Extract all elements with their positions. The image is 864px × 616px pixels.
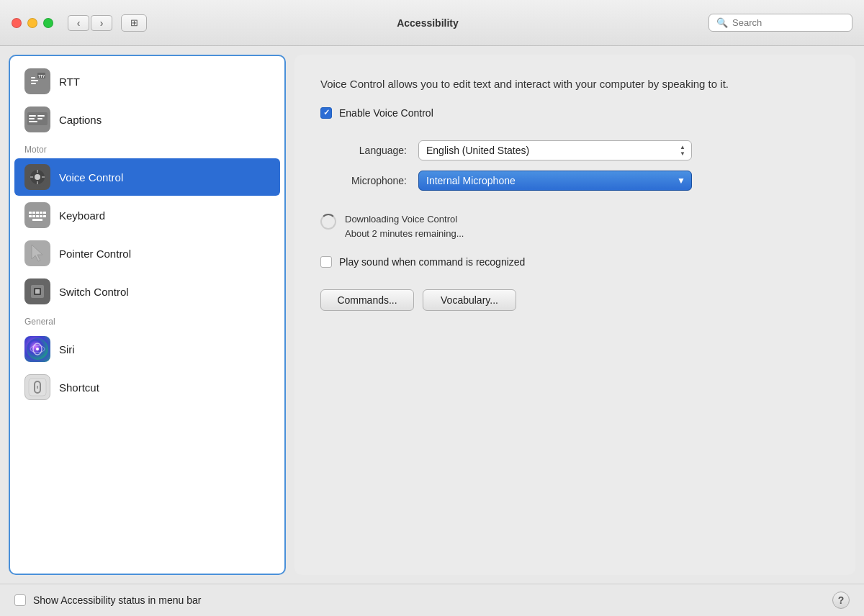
search-box[interactable]: 🔍 [708, 14, 852, 32]
description-text: Voice Control allows you to edit text an… [320, 76, 767, 93]
vocabulary-button[interactable]: Vocabulary... [423, 289, 516, 311]
svg-rect-21 [29, 212, 32, 214]
voice-control-icon [24, 164, 50, 190]
svg-rect-26 [29, 215, 32, 217]
sidebar-item-captions[interactable]: Captions [14, 101, 280, 138]
shortcut-icon [24, 374, 50, 400]
sound-row: Play sound when command is recognized [320, 256, 829, 268]
svg-rect-36 [35, 289, 40, 294]
svg-rect-9 [29, 118, 35, 119]
downloading-line2: About 2 minutes remaining... [345, 227, 464, 242]
maximize-button[interactable] [43, 18, 53, 28]
svg-rect-2 [31, 80, 38, 81]
svg-point-40 [36, 348, 39, 350]
microphone-label: Microphone: [320, 175, 407, 186]
language-row: Language: English (United States) ▲ ▼ [320, 140, 829, 160]
sidebar-item-switch-control[interactable]: Switch Control [14, 273, 280, 310]
svg-rect-25 [43, 212, 46, 214]
form-section: Language: English (United States) ▲ ▼ Mi… [320, 140, 829, 191]
svg-rect-10 [29, 121, 37, 122]
arrow-up-icon: ▲ [680, 144, 685, 150]
svg-rect-1 [31, 77, 35, 78]
download-section: Downloading Voice Control About 2 minute… [320, 212, 829, 243]
enable-checkbox[interactable] [320, 107, 332, 119]
button-row: Commands... Vocabulary... [320, 289, 829, 311]
captions-icon [24, 107, 50, 132]
language-select[interactable]: English (United States) ▲ ▼ [418, 140, 692, 160]
search-input[interactable] [732, 17, 845, 28]
sidebar-item-shortcut[interactable]: Shortcut [14, 368, 280, 406]
microphone-select[interactable]: Internal Microphone ▼ [418, 171, 692, 191]
detail-panel: Voice Control allows you to edit text an… [294, 55, 855, 575]
play-sound-checkbox[interactable] [320, 256, 332, 268]
sidebar-item-label-keyboard: Keyboard [59, 209, 105, 222]
microphone-row: Microphone: Internal Microphone ▼ [320, 171, 829, 191]
main-content: TTY RTT Captions Motor [0, 46, 864, 584]
language-arrows: ▲ ▼ [680, 144, 685, 156]
microphone-arrows: ▼ [677, 176, 685, 185]
microphone-value: Internal Microphone [426, 175, 516, 186]
svg-rect-24 [40, 212, 42, 214]
svg-rect-28 [36, 215, 39, 217]
svg-rect-11 [37, 115, 45, 117]
sidebar-item-label-switch-control: Switch Control [59, 286, 129, 298]
arrow-down-icon: ▼ [680, 150, 685, 156]
titlebar: ‹ › ⊞ Accessibility 🔍 [0, 0, 864, 46]
section-header-general: General [10, 311, 284, 330]
sidebar-item-label-captions: Captions [59, 114, 102, 126]
enable-label: Enable Voice Control [339, 107, 433, 119]
sidebar-item-rtt[interactable]: TTY RTT [14, 63, 280, 100]
sidebar-item-label-shortcut: Shortcut [59, 381, 99, 394]
svg-rect-31 [32, 219, 42, 221]
minimize-button[interactable] [27, 18, 37, 28]
search-icon: 🔍 [716, 17, 728, 28]
downloading-line1: Downloading Voice Control [345, 212, 464, 227]
close-button[interactable] [12, 18, 22, 28]
svg-rect-30 [43, 215, 46, 217]
sidebar-item-voice-control[interactable]: Voice Control [14, 158, 280, 196]
status-checkbox-row: Show Accessibility status in menu bar [14, 594, 201, 606]
status-label: Show Accessibility status in menu bar [33, 594, 201, 606]
help-button[interactable]: ? [832, 592, 850, 609]
svg-rect-23 [36, 212, 39, 214]
language-label: Language: [320, 145, 407, 156]
window-title: Accessibility [156, 17, 700, 29]
svg-rect-27 [32, 215, 35, 217]
svg-rect-4 [36, 75, 37, 77]
siri-icon [24, 336, 50, 362]
switch-control-icon [24, 278, 50, 304]
rtt-icon: TTY [24, 68, 50, 94]
forward-button[interactable]: › [91, 15, 112, 31]
sidebar-item-label-siri: Siri [59, 343, 75, 355]
svg-point-15 [35, 174, 40, 180]
sidebar-item-siri[interactable]: Siri [14, 330, 280, 368]
nav-buttons: ‹ › [68, 15, 112, 31]
bottom-bar: Show Accessibility status in menu bar ? [0, 584, 864, 616]
play-sound-label: Play sound when command is recognized [339, 256, 525, 268]
sidebar-item-label-voice-control: Voice Control [59, 171, 123, 184]
chevron-down-icon: ▼ [677, 176, 685, 185]
svg-rect-12 [37, 118, 42, 119]
status-checkbox[interactable] [14, 594, 26, 606]
sidebar-item-keyboard[interactable]: Keyboard [14, 196, 280, 234]
section-header-motor: Motor [10, 139, 284, 158]
sidebar: TTY RTT Captions Motor [9, 55, 286, 575]
svg-rect-3 [31, 83, 36, 84]
download-spinner [320, 214, 336, 230]
svg-rect-8 [29, 115, 36, 117]
language-value: English (United States) [426, 145, 529, 156]
grid-button[interactable]: ⊞ [121, 14, 147, 32]
sidebar-item-pointer-control[interactable]: Pointer Control [14, 235, 280, 272]
download-text: Downloading Voice Control About 2 minute… [345, 212, 464, 243]
keyboard-icon [24, 202, 50, 228]
back-button[interactable]: ‹ [68, 15, 89, 31]
enable-row: Enable Voice Control [320, 107, 829, 119]
commands-button[interactable]: Commands... [320, 289, 414, 311]
pointer-control-icon [24, 240, 50, 266]
svg-text:TTY: TTY [38, 74, 45, 78]
sidebar-item-label-rtt: RTT [59, 76, 80, 88]
traffic-lights [12, 18, 53, 28]
svg-rect-22 [32, 212, 35, 214]
svg-rect-29 [40, 215, 42, 217]
svg-marker-32 [32, 245, 42, 261]
